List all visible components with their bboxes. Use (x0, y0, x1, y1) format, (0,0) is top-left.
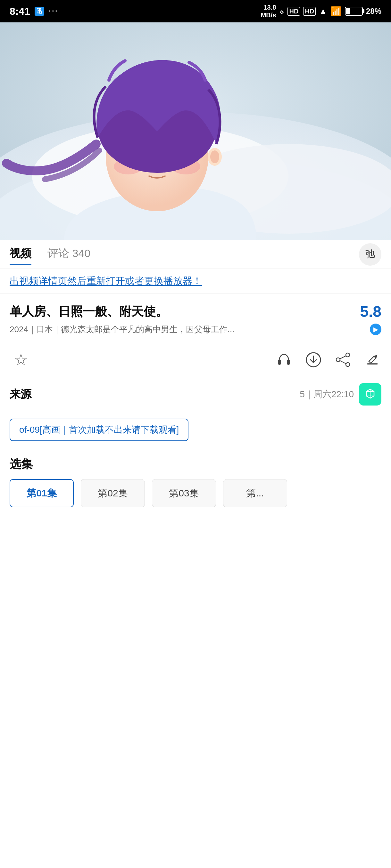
meta-expand-button[interactable]: ▶ (370, 323, 381, 335)
hd-icon: HD (287, 7, 300, 16)
video-title: 单人房、日照一般、附天使。 (9, 303, 354, 320)
episode-section-title: 选集 (9, 456, 381, 472)
status-dots: ··· (49, 7, 58, 16)
svg-line-31 (340, 361, 346, 364)
title-section: 单人房、日照一般、附天使。 5.8 2024｜日本｜德光森太郎是个平凡的高中男生… (0, 294, 391, 341)
meta-row: 2024｜日本｜德光森太郎是个平凡的高中男生，因父母工作... ▶ (9, 323, 381, 335)
share-icon (335, 352, 351, 368)
svg-point-27 (346, 353, 350, 357)
tab-comment[interactable]: 评论 340 (48, 246, 90, 263)
download-icon (305, 352, 322, 368)
source-tag-row: of-09[高画｜首次加载不出来请下载观看] (0, 412, 391, 449)
source-info: 5｜周六22:10 (300, 388, 354, 400)
notice-bar: 出视频详情页然后重新打开或者更换播放器！ (0, 269, 391, 294)
source-row: 来源 5｜周六22:10 (0, 379, 391, 412)
network-speed: 13.8 MB/s (261, 3, 276, 19)
hd-icon2: HD (303, 7, 316, 16)
actions-row: ☆ (0, 341, 391, 379)
tab-video[interactable]: 视频 (9, 246, 31, 263)
notice-text[interactable]: 出视频详情页然后重新打开或者更换播放器！ (9, 275, 381, 288)
wifi-icon: 📶 (330, 6, 342, 17)
settings-button[interactable]: 弛 (359, 243, 381, 266)
svg-point-29 (346, 363, 350, 367)
svg-rect-23 (278, 360, 281, 365)
tabs-row: 视频 评论 340 弛 (0, 240, 391, 269)
share-button[interactable] (334, 351, 352, 369)
battery-percent: 28% (366, 7, 381, 16)
episode-button-3[interactable]: 第03集 (152, 479, 216, 507)
status-right: 13.8 MB/s ⬦ HD HD ▲ 📶 28% (261, 3, 381, 19)
source-label: 来源 (9, 387, 31, 402)
network-icon: 迅 (35, 7, 44, 16)
episode-button-1[interactable]: 第01集 (9, 479, 74, 507)
signal-icon: ▲ (319, 6, 327, 16)
video-thumbnail[interactable] (0, 22, 391, 240)
source-logo-button[interactable] (359, 383, 381, 405)
svg-point-28 (336, 358, 340, 362)
svg-rect-24 (287, 360, 290, 365)
episode-button-4[interactable]: 第... (223, 479, 287, 507)
video-meta: 2024｜日本｜德光森太郎是个平凡的高中男生，因父母工作... (9, 324, 367, 335)
audio-button[interactable] (275, 351, 293, 369)
source-tag-button[interactable]: of-09[高画｜首次加载不出来请下载观看] (9, 418, 189, 441)
status-bar: 8:41 迅 ··· 13.8 MB/s ⬦ HD HD ▲ 📶 28% (0, 0, 391, 22)
more-button[interactable] (363, 351, 381, 369)
anime-image (0, 22, 391, 240)
cube-icon (364, 386, 376, 399)
episode-section: 选集 第01集 第02集 第03集 第... (0, 449, 391, 517)
episode-list: 第01集 第02集 第03集 第... (9, 479, 381, 507)
tab-comment-count: 340 (72, 247, 90, 259)
title-row: 单人房、日照一般、附天使。 5.8 (9, 303, 381, 320)
headphone-icon (276, 352, 292, 368)
episode-button-2[interactable]: 第02集 (81, 479, 145, 507)
battery-icon (345, 7, 363, 16)
status-time: 8:41 (9, 5, 30, 17)
source-logo-icon (364, 386, 376, 402)
video-rating: 5.8 (360, 303, 381, 320)
svg-line-30 (340, 356, 346, 359)
bluetooth-icon: ⬦ (279, 6, 284, 16)
edit-icon (364, 352, 381, 368)
empty-space (0, 517, 391, 868)
svg-point-22 (210, 150, 219, 163)
arrow-icon: ▶ (373, 326, 378, 333)
download-button[interactable] (304, 351, 323, 369)
status-left: 8:41 迅 ··· (9, 5, 58, 17)
action-icons (275, 351, 381, 369)
favorite-button[interactable]: ☆ (9, 348, 32, 371)
source-right: 5｜周六22:10 (300, 383, 381, 405)
tab-comment-label: 评论 (48, 247, 69, 259)
